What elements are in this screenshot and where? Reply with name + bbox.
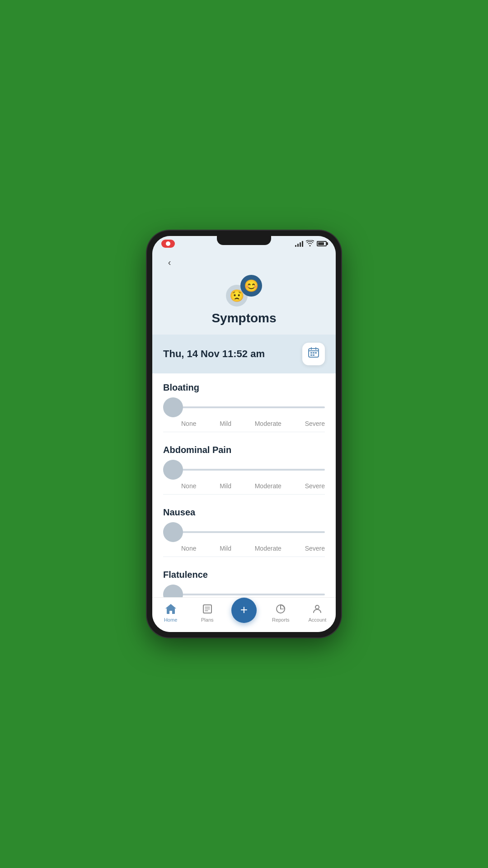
calendar-icon [308,347,319,361]
svg-rect-5 [313,354,314,356]
symptom-flatulence-slider-container [163,585,325,597]
symptom-abdominal-pain-slider-container [163,461,325,479]
add-plus-icon: + [240,604,248,616]
symptom-flatulence-thumb[interactable] [163,585,183,597]
nav-item-plans[interactable]: Plans [189,603,225,623]
symptom-nausea-labels: None Mild Moderate Severe [163,545,325,552]
symptom-divider-2 [163,557,325,557]
plans-icon [201,603,214,615]
status-left [161,240,175,248]
symptom-flatulence-track [174,594,325,595]
calendar-button[interactable] [302,343,325,365]
symptom-flatulence: Flatulence None Mild Moderate Severe [163,570,325,597]
label-mild-2: Mild [220,545,231,552]
phone-frame: ‹ 😟 😊 Symptoms Thu, 14 Nov 11:52 am [147,231,341,637]
symptom-abdominal-pain: Abdominal Pain None Mild Moderate Severe [163,445,325,495]
nav-label-plans: Plans [201,617,214,623]
hero-section: 😟 😊 Symptoms [161,270,327,335]
battery-icon [317,241,327,246]
rec-dot [166,241,170,246]
label-mild-0: Mild [220,420,231,427]
symptom-divider-1 [163,494,325,495]
symptom-abdominal-pain-labels: None Mild Moderate Severe [163,482,325,490]
content-area: Bloating None Mild Moderate Severe Abdom… [152,373,336,597]
svg-rect-2 [313,352,314,354]
signal-bars [295,241,303,247]
label-moderate-2: Moderate [255,545,282,552]
reports-icon [274,603,287,615]
nav-label-reports: Reports [272,617,290,623]
happy-face-icon: 😊 [240,275,262,297]
symptom-bloating-thumb[interactable] [163,397,183,417]
back-arrow-icon: ‹ [168,257,171,268]
back-button[interactable]: ‹ [161,254,178,270]
symptom-abdominal-pain-label: Abdominal Pain [163,445,325,455]
label-none-1: None [181,482,196,490]
nav-label-account: Account [309,617,327,623]
home-icon [164,603,177,615]
status-right [295,240,327,248]
svg-rect-4 [310,354,312,356]
label-none-0: None [181,420,196,427]
phone-screen: ‹ 😟 😊 Symptoms Thu, 14 Nov 11:52 am [152,236,336,632]
nav-item-add[interactable]: + [225,602,262,623]
symptom-abdominal-pain-thumb[interactable] [163,460,183,480]
emoji-container: 😟 😊 [226,275,262,307]
symptom-bloating-slider-container [163,398,325,416]
page-title: Symptoms [211,311,276,326]
symptom-nausea-label: Nausea [163,507,325,518]
label-severe-0: Severe [305,420,325,427]
wifi-icon [306,240,314,248]
symptom-abdominal-pain-track [174,469,325,471]
symptom-nausea-slider-container [163,523,325,541]
label-severe-1: Severe [305,482,325,490]
date-bar: Thu, 14 Nov 11:52 am [152,335,336,373]
symptom-bloating-track [174,406,325,408]
nav-label-home: Home [164,617,177,623]
nav-item-home[interactable]: Home [152,603,189,623]
add-button[interactable]: + [231,598,257,623]
bottom-nav: Home Plans + [152,597,336,632]
symptom-bloating: Bloating None Mild Moderate Severe [163,382,325,432]
symptom-flatulence-label: Flatulence [163,570,325,580]
symptom-bloating-labels: None Mild Moderate Severe [163,420,325,427]
date-time-display: Thu, 14 Nov 11:52 am [163,348,265,360]
svg-rect-1 [310,352,312,354]
label-moderate-0: Moderate [255,420,282,427]
symptom-nausea-track [174,531,325,533]
svg-rect-3 [315,352,317,354]
header-section: ‹ 😟 😊 Symptoms [152,250,336,335]
recording-indicator [161,240,175,248]
label-moderate-1: Moderate [255,482,282,490]
symptom-nausea-thumb[interactable] [163,522,183,542]
nav-item-account[interactable]: Account [299,603,336,623]
nav-item-reports[interactable]: Reports [263,603,299,623]
svg-point-8 [315,605,319,609]
label-severe-2: Severe [305,545,325,552]
symptom-divider-0 [163,432,325,432]
account-icon [311,603,324,615]
label-none-2: None [181,545,196,552]
symptom-bloating-label: Bloating [163,382,325,393]
label-mild-1: Mild [220,482,231,490]
symptom-nausea: Nausea None Mild Moderate Severe [163,507,325,557]
notch [217,236,271,245]
